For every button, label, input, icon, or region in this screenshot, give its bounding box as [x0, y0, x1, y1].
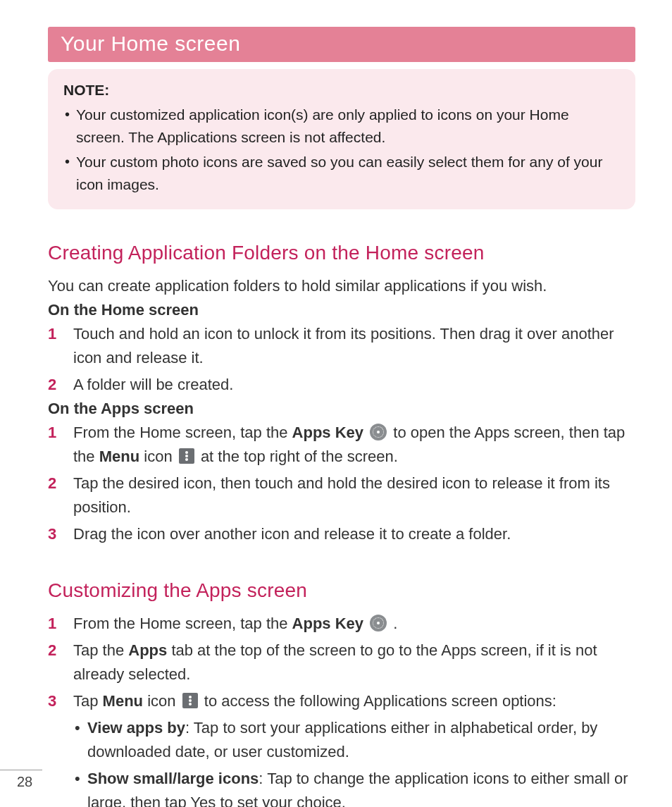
section-heading-folders: Creating Application Folders on the Home…: [48, 242, 635, 264]
option-label: View apps by: [87, 719, 185, 737]
menu-label: Menu: [99, 448, 139, 465]
note-label: NOTE:: [63, 79, 620, 102]
home-steps: 1Touch and hold an icon to unlock it fro…: [48, 322, 635, 397]
apps-key-icon: [370, 615, 387, 632]
option-item: Show small/large icons: Tap to change th…: [73, 767, 635, 807]
apps-steps: 1 From the Home screen, tap the Apps Key…: [48, 421, 635, 546]
page-header: Your Home screen: [48, 27, 635, 62]
apps-tab-label: Apps: [128, 641, 167, 659]
note-list: Your customized application icon(s) are …: [63, 104, 620, 197]
section-heading-customizing: Customizing the Apps screen: [48, 579, 635, 602]
note-item: Your custom photo icons are saved so you…: [63, 151, 620, 197]
step-text-part: icon: [143, 692, 180, 710]
step-item: 1 From the Home screen, tap the Apps Key…: [48, 612, 635, 636]
menu-icon: [182, 693, 198, 708]
page-rule: [0, 770, 42, 770]
option-item: View apps by: Tap to sort your applicati…: [73, 716, 635, 764]
note-item: Your customized application icon(s) are …: [63, 104, 620, 149]
step-text-part: icon: [139, 448, 177, 465]
step-item: 2Tap the desired icon, then touch and ho…: [48, 472, 635, 519]
step-text: Tap the desired icon, then touch and hol…: [73, 474, 610, 516]
apps-key-icon: [370, 424, 387, 441]
customize-steps: 1 From the Home screen, tap the Apps Key…: [48, 612, 635, 807]
menu-icon: [179, 448, 194, 464]
option-bullets: View apps by: Tap to sort your applicati…: [73, 716, 635, 807]
apps-key-label: Apps Key: [292, 424, 363, 441]
step-text-part: From the Home screen, tap the: [73, 615, 292, 632]
step-item: 2A folder will be created.: [48, 373, 635, 397]
step-item: 2 Tap the Apps tab at the top of the scr…: [48, 639, 635, 686]
section1-intro: You can create application folders to ho…: [48, 274, 635, 298]
step-text-part: .: [389, 615, 397, 632]
step-text: A folder will be created.: [73, 376, 233, 393]
step-text-part: From the Home screen, tap the: [73, 424, 292, 441]
page-number: 28: [17, 774, 32, 790]
step-text-part: Tap: [73, 692, 103, 710]
menu-label: Menu: [103, 692, 143, 710]
step-item: 3 Tap Menu icon to access the following …: [48, 689, 635, 807]
step-text-part: Tap the: [73, 641, 128, 659]
step-text-part: at the top right of the screen.: [201, 448, 398, 465]
option-label: Show small/large icons: [87, 770, 259, 787]
step-text: Drag the icon over another icon and rele…: [73, 525, 511, 543]
note-box: NOTE: Your customized application icon(s…: [48, 69, 635, 209]
step-text-part: to access the following Applications scr…: [204, 692, 556, 710]
step-item: 1Touch and hold an icon to unlock it fro…: [48, 322, 635, 370]
step-item: 1 From the Home screen, tap the Apps Key…: [48, 421, 635, 469]
step-item: 3Drag the icon over another icon and rel…: [48, 522, 635, 546]
step-text: Touch and hold an icon to unlock it from…: [73, 325, 614, 366]
apps-key-label: Apps Key: [292, 615, 363, 632]
subhead-home: On the Home screen: [48, 301, 635, 319]
subhead-apps: On the Apps screen: [48, 400, 635, 418]
page-title: Your Home screen: [61, 32, 240, 55]
